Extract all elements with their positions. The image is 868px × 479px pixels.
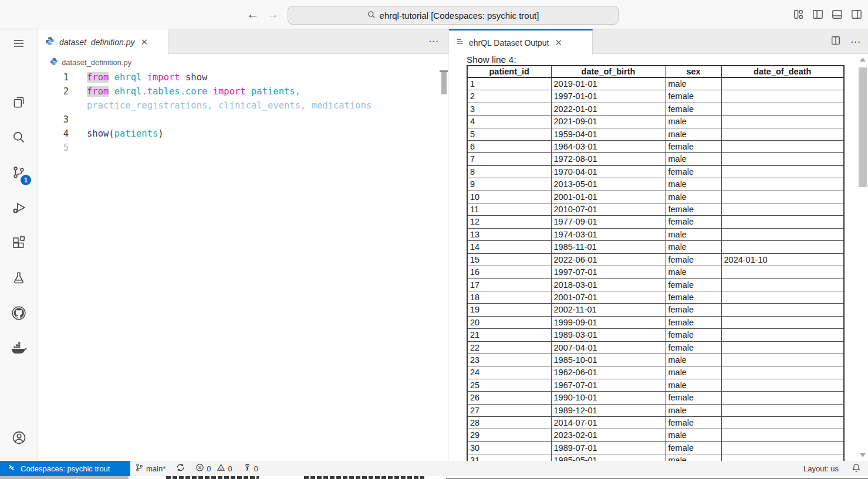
table-row: 81970-04-01female — [467, 165, 844, 178]
table-row: 21997-01-01female — [467, 90, 844, 103]
scroll-up-icon[interactable] — [860, 57, 866, 62]
table-row: 271989-12-01male — [467, 404, 844, 416]
forward-icon[interactable]: → — [265, 7, 281, 21]
table-cell — [721, 441, 844, 454]
warning-icon — [217, 463, 225, 474]
toggle-panel-icon[interactable] — [831, 8, 843, 21]
panel-more-actions[interactable]: ⋯ — [850, 36, 861, 48]
table-cell — [721, 379, 844, 391]
table-row: 261990-10-01female — [467, 392, 844, 404]
table-cell: 18 — [467, 291, 551, 303]
docker-icon[interactable] — [0, 334, 38, 362]
table-cell: 2024-01-10 — [721, 253, 844, 266]
python-file-icon — [45, 36, 55, 48]
extensions-icon[interactable] — [0, 229, 38, 257]
back-icon[interactable]: ← — [245, 7, 261, 21]
table-cell: 24 — [467, 366, 551, 379]
panel-scrollbar[interactable] — [859, 56, 867, 458]
table-cell: 2018-03-01 — [551, 278, 666, 291]
clipped-page-content — [0, 476, 868, 479]
table-row: 201999-09-01female — [467, 316, 844, 328]
table-cell: female — [666, 316, 721, 328]
dataset-output-content: Show line 4: patient_iddate_of_birthsexd… — [448, 54, 868, 461]
menu-icon[interactable] — [0, 29, 38, 57]
table-cell — [721, 416, 844, 429]
table-cell: 1989-12-01 — [551, 404, 666, 416]
layout-indicator[interactable]: Layout: us — [803, 464, 839, 473]
table-cell: 13 — [467, 228, 551, 240]
code-line: 2from ehrql.tables.core import patients, — [38, 84, 448, 98]
notifications-bell-icon[interactable] — [852, 463, 861, 474]
breadcrumb[interactable]: dataset_definition.py — [38, 54, 448, 70]
table-cell: female — [666, 103, 721, 115]
editor-more-actions[interactable]: ⋯ — [428, 35, 439, 47]
table-row: 32022-01-01female — [467, 103, 844, 115]
table-cell: 10 — [467, 191, 551, 203]
table-cell: 2 — [467, 90, 551, 103]
status-bar: Codespaces: psychic trout main* 0 — [0, 461, 868, 476]
tab-ehrql-dataset-output[interactable]: ehrQL Dataset Output ✕ — [449, 29, 593, 55]
run-debug-icon[interactable] — [0, 193, 38, 222]
tab-dataset-definition[interactable]: dataset_definition.py ✕ — [38, 29, 169, 55]
code-line: practice_registrations, clinical_events,… — [38, 98, 448, 113]
table-cell: male — [666, 77, 721, 90]
table-cell — [721, 241, 844, 253]
remote-icon — [7, 463, 16, 474]
table-header-cell: sex — [666, 66, 721, 77]
editor-scrollbar[interactable] — [441, 72, 447, 94]
problems-indicator[interactable]: 0 0 — [195, 463, 232, 474]
table-cell — [721, 191, 844, 203]
table-cell: male — [666, 128, 721, 140]
scroll-down-icon[interactable] — [860, 453, 866, 457]
command-center-search[interactable]: ehrql-tutorial [Codespaces: psychic trou… — [288, 6, 619, 25]
toggle-primary-sidebar-icon[interactable] — [812, 8, 824, 21]
sync-button[interactable] — [176, 463, 185, 474]
search-sidebar-icon[interactable] — [0, 123, 38, 151]
radio-tower-icon — [243, 463, 252, 474]
table-cell: 25 — [467, 379, 551, 391]
table-cell: 2022-06-01 — [551, 253, 666, 266]
table-row: 161997-07-01male — [467, 266, 844, 278]
table-cell — [721, 115, 844, 128]
github-icon[interactable] — [0, 299, 38, 327]
table-cell: 23 — [467, 354, 551, 366]
table-cell: 8 — [467, 165, 551, 178]
remote-indicator[interactable]: Codespaces: psychic trout — [0, 461, 130, 476]
line-number — [38, 98, 69, 113]
table-cell: 27 — [467, 404, 551, 416]
sync-icon — [176, 463, 185, 474]
table-row: 211989-03-01female — [467, 329, 844, 341]
table-cell: female — [666, 141, 721, 153]
table-cell: male — [666, 366, 721, 379]
tab-close-icon[interactable]: ✕ — [139, 37, 149, 47]
code-token: practice_registrations, — [87, 100, 213, 111]
output-panel-group: ehrQL Dataset Output ✕ ⋯ Show line 4: pa… — [448, 29, 868, 461]
table-cell: female — [666, 278, 721, 291]
table-cell: 31 — [467, 454, 551, 461]
scrollbar-thumb[interactable] — [859, 67, 867, 187]
split-editor-icon[interactable] — [830, 35, 841, 48]
toggle-secondary-sidebar-icon[interactable] — [850, 8, 863, 21]
branch-indicator[interactable]: main* — [135, 463, 166, 474]
code-text: practice_registrations, clinical_events,… — [69, 98, 371, 113]
customize-layout-icon[interactable] — [792, 8, 805, 21]
table-row: 152022-06-01female2024-01-10 — [467, 253, 844, 266]
table-cell — [721, 366, 844, 379]
table-cell: 3 — [467, 103, 551, 115]
table-cell: male — [666, 178, 721, 191]
table-cell: female — [666, 216, 721, 228]
explorer-icon[interactable] — [0, 88, 38, 116]
table-cell — [721, 316, 844, 328]
source-control-badge: 1 — [21, 175, 31, 185]
source-control-icon[interactable]: 1 — [0, 158, 38, 186]
table-row: 141985-11-01male — [467, 241, 844, 253]
table-cell: 1985-05-01 — [551, 454, 666, 461]
table-cell: 2014-07-01 — [551, 416, 666, 429]
code-editor[interactable]: 1from ehrql import show2from ehrql.table… — [38, 70, 448, 461]
branch-label: main* — [146, 464, 166, 473]
tab-close-icon[interactable]: ✕ — [553, 38, 563, 48]
testing-icon[interactable] — [0, 264, 38, 292]
accounts-icon[interactable] — [0, 423, 38, 451]
code-text: show(patients) — [69, 127, 164, 141]
ports-indicator[interactable]: 0 — [243, 463, 258, 474]
